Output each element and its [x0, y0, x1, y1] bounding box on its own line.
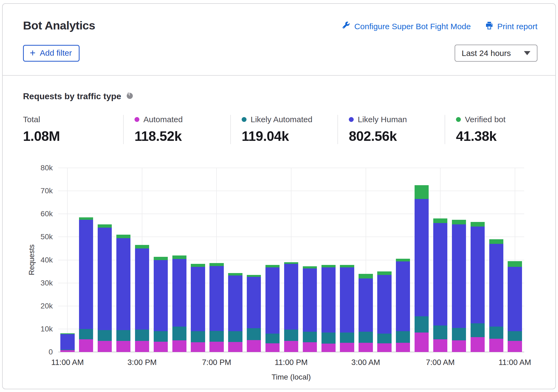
y-tick-label: 80k: [41, 164, 53, 172]
y-tick-label: 40k: [41, 256, 53, 264]
page-title: Bot Analytics: [23, 19, 95, 32]
bar-column[interactable]: [452, 168, 466, 352]
bar-segment-likely-human: [340, 267, 354, 333]
bar-column[interactable]: [489, 168, 503, 352]
y-tick-label: 20k: [41, 302, 53, 310]
wrench-icon: [342, 21, 350, 32]
card-header: Bot Analytics Configure Super Bot Fight …: [3, 4, 555, 76]
bar-segment-verified-bot: [396, 259, 410, 261]
bar-column[interactable]: [471, 168, 485, 352]
y-tick-label: 50k: [41, 232, 53, 241]
bar-segment-automated: [489, 339, 503, 352]
y-tick-label: 0: [48, 348, 53, 356]
bar-segment-likely-human: [154, 260, 168, 331]
plot-area: 11:00 AM3:00 PM7:00 PM11:00 PM3:00 AM7:0…: [58, 168, 524, 352]
bar-column[interactable]: [340, 168, 354, 352]
stat-verified-bot-label: Verified bot: [465, 115, 506, 124]
bar-column[interactable]: [415, 168, 429, 352]
configure-super-bot-fight-mode-link[interactable]: Configure Super Bot Fight Mode: [342, 21, 471, 32]
bar-column[interactable]: [247, 168, 261, 352]
stat-likely-human-value: 802.56k: [349, 128, 445, 144]
bar-segment-likely-human: [209, 266, 224, 331]
bar-segment-likely-automated: [79, 329, 93, 339]
bar-column[interactable]: [154, 168, 168, 352]
bar-segment-automated: [154, 342, 168, 352]
plus-icon: +: [30, 49, 35, 57]
bar-column[interactable]: [135, 168, 149, 352]
bar-segment-automated: [340, 343, 354, 352]
bar-segment-automated: [377, 343, 391, 352]
bar-column[interactable]: [228, 168, 242, 352]
time-range-select[interactable]: Last 24 hours: [455, 45, 537, 62]
likely-human-dot-icon: [349, 117, 354, 122]
bar-segment-likely-human: [79, 220, 93, 329]
bar-column[interactable]: [321, 168, 336, 352]
bar-column[interactable]: [60, 168, 74, 352]
add-filter-label: Add filter: [40, 48, 72, 58]
bar-column[interactable]: [79, 168, 93, 352]
bar-segment-likely-automated: [452, 328, 466, 341]
bar-segment-likely-human: [98, 228, 112, 330]
bar-segment-automated: [303, 342, 317, 352]
configure-link-label: Configure Super Bot Fight Mode: [354, 22, 471, 31]
bar-column[interactable]: [191, 168, 205, 352]
bar-segment-automated: [191, 342, 205, 352]
bar-column[interactable]: [209, 168, 224, 352]
stat-likely-human: Likely Human 802.56k: [337, 115, 445, 144]
bar-segment-verified-bot: [60, 333, 74, 334]
stat-total-label: Total: [23, 115, 40, 124]
bar-segment-verified-bot: [415, 185, 429, 199]
card-body: Requests by traffic type Total 1.08M Aut…: [3, 76, 555, 384]
bar-column[interactable]: [303, 168, 317, 352]
bar-segment-verified-bot: [154, 257, 168, 260]
bar-segment-likely-automated: [340, 333, 354, 343]
bar-segment-likely-automated: [172, 327, 186, 340]
bar-column[interactable]: [116, 168, 130, 352]
bar-segment-automated: [452, 340, 466, 352]
y-tick-label: 10k: [41, 325, 53, 333]
stat-total: Total 1.08M: [23, 115, 123, 144]
requests-chart: Requests 010k20k30k40k50k60k70k80k 11:00…: [23, 168, 537, 384]
bar-segment-verified-bot: [135, 245, 149, 248]
stat-verified-bot: Verified bot 41.38k: [445, 115, 552, 144]
bar-column[interactable]: [433, 168, 447, 352]
bar-segment-automated: [209, 342, 224, 352]
bar-column[interactable]: [265, 168, 280, 352]
bar-segment-likely-automated: [471, 323, 485, 337]
bar-segment-likely-automated: [191, 331, 205, 342]
x-tick-label: 11:00 AM: [498, 358, 531, 367]
bar-segment-verified-bot: [359, 274, 373, 278]
bar-segment-likely-automated: [321, 333, 336, 344]
bar-segment-likely-human: [172, 259, 186, 327]
bar-segment-verified-bot: [98, 224, 112, 228]
bar-column[interactable]: [98, 168, 112, 352]
bar-column[interactable]: [359, 168, 373, 352]
bar-column[interactable]: [508, 168, 522, 352]
bar-segment-automated: [396, 343, 410, 352]
bar-segment-automated: [116, 341, 130, 352]
bar-column[interactable]: [172, 168, 186, 352]
bar-segment-likely-human: [471, 227, 485, 323]
bar-column[interactable]: [377, 168, 391, 352]
bar-segment-likely-human: [247, 277, 261, 328]
bar-segment-likely-human: [396, 261, 410, 331]
bar-segment-likely-human: [377, 275, 391, 334]
bar-segment-likely-human: [415, 199, 429, 316]
bar-segment-verified-bot: [228, 273, 242, 275]
bar-segment-verified-bot: [209, 263, 224, 266]
add-filter-button[interactable]: + Add filter: [23, 45, 80, 62]
stat-likely-human-label: Likely Human: [358, 115, 407, 124]
bar-segment-likely-automated: [228, 331, 242, 342]
x-tick-label: 7:00 PM: [202, 358, 231, 367]
bar-segment-likely-human: [452, 224, 466, 328]
bar-column[interactable]: [284, 168, 298, 352]
bar-segment-automated: [359, 343, 373, 352]
stats-row: Total 1.08M Automated 118.52k Likely Aut…: [23, 115, 555, 144]
chevron-down-icon: [524, 51, 530, 55]
bar-column[interactable]: [396, 168, 410, 352]
bar-segment-verified-bot: [508, 261, 522, 267]
bar-segment-automated: [265, 343, 280, 352]
bar-segment-verified-bot: [433, 218, 447, 223]
print-report-link[interactable]: Print report: [485, 21, 537, 32]
bar-segment-likely-automated: [433, 325, 447, 339]
